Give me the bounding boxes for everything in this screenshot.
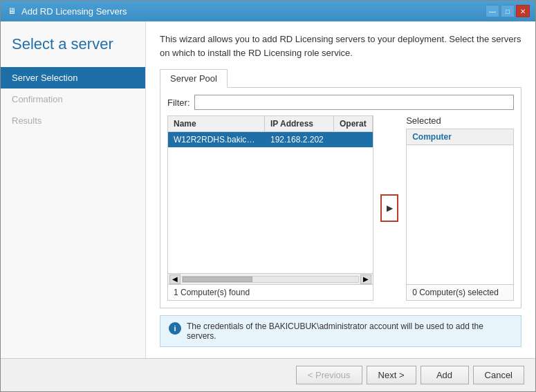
scroll-track[interactable] (182, 276, 359, 283)
maximize-button[interactable]: □ (501, 5, 515, 17)
selected-table-header: Computer (407, 129, 513, 145)
main-window: 🖥 Add RD Licensing Servers — □ ✕ Select … (0, 0, 536, 392)
selected-footer: 0 Computer(s) selected (407, 284, 513, 300)
selected-label: Selected (406, 115, 514, 126)
col-op-header: Operat (334, 116, 373, 131)
add-button[interactable]: Add (421, 366, 469, 384)
server-name: W12R2RDHS.bakicubuk.l... (168, 132, 265, 147)
panel: This wizard allows you to add RD Licensi… (146, 21, 535, 358)
info-icon: i (169, 322, 181, 335)
server-table-body: W12R2RDHS.bakicubuk.l... 192.168.2.202 (168, 132, 373, 273)
horizontal-scrollbar[interactable]: ◀ ▶ (168, 273, 373, 284)
selected-table-body (407, 145, 513, 284)
title-bar-controls: — □ ✕ (486, 5, 530, 17)
footer: < Previous Next > Add Cancel (1, 358, 535, 391)
panel-wrapper: This wizard allows you to add RD Licensi… (146, 21, 535, 358)
sidebar-item-server-selection[interactable]: Server Selection (1, 67, 145, 88)
server-table-wrapper: Name IP Address Operat W12R2RDHS.bakicub… (167, 115, 373, 301)
cancel-button[interactable]: Cancel (473, 366, 524, 384)
panel-description: This wizard allows you to add RD Licensi… (160, 32, 521, 59)
info-message: The credentials of the BAKICUBUK\adminis… (187, 321, 512, 341)
sidebar-heading: Select a server (1, 35, 145, 67)
server-ip: 192.168.2.202 (265, 132, 334, 147)
title-bar: 🖥 Add RD Licensing Servers — □ ✕ (1, 1, 535, 21)
scroll-left-arrow[interactable]: ◀ (169, 274, 181, 284)
window-icon: 🖥 (6, 6, 17, 17)
scroll-right-arrow[interactable]: ▶ (360, 274, 371, 284)
sidebar-item-results: Results (1, 110, 145, 131)
filter-label: Filter: (167, 97, 190, 108)
sidebar: Select a server Server Selection Confirm… (1, 21, 146, 358)
server-table-header: Name IP Address Operat (168, 116, 373, 132)
main-content: Select a server Server Selection Confirm… (1, 21, 535, 358)
sidebar-item-confirmation: Confirmation (1, 88, 145, 110)
selected-table-wrapper: Computer 0 Computer(s) selected (406, 129, 514, 301)
col-name-header: Name (168, 116, 265, 131)
tab-strip: Server Pool (160, 69, 521, 87)
tab-server-pool[interactable]: Server Pool (160, 69, 228, 88)
server-lists-row: Name IP Address Operat W12R2RDHS.bakicub… (167, 115, 514, 301)
table-row[interactable]: W12R2RDHS.bakicubuk.l... 192.168.2.202 (168, 132, 373, 147)
col-ip-header: IP Address (265, 116, 334, 131)
filter-row: Filter: (167, 95, 514, 110)
title-bar-left: 🖥 Add RD Licensing Servers (6, 6, 127, 17)
server-list-section: Name IP Address Operat W12R2RDHS.bakicub… (167, 115, 373, 301)
filter-input[interactable] (194, 95, 515, 110)
window-title: Add RD Licensing Servers (21, 6, 127, 17)
selected-section: Selected Computer 0 Computer(s) selected (406, 115, 514, 301)
move-button-area: ▶ (380, 115, 400, 301)
scroll-thumb[interactable] (183, 277, 252, 282)
move-right-button[interactable]: ▶ (380, 194, 398, 222)
next-button[interactable]: Next > (367, 366, 416, 384)
minimize-button[interactable]: — (486, 5, 499, 17)
server-list-footer: 1 Computer(s) found (168, 284, 373, 300)
close-button[interactable]: ✕ (516, 5, 530, 17)
info-bar: i The credentials of the BAKICUBUK\admin… (160, 315, 521, 347)
previous-button[interactable]: < Previous (296, 366, 362, 384)
server-os (334, 137, 373, 142)
